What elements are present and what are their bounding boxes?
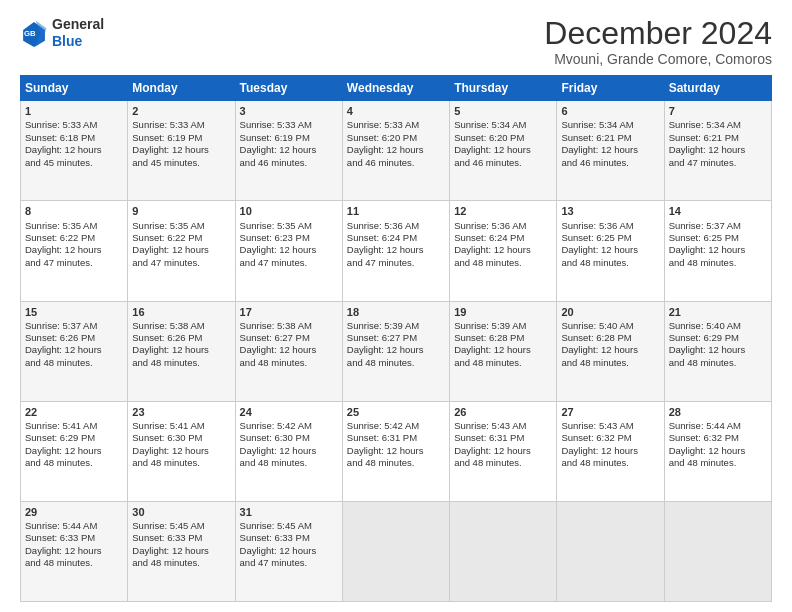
daylight-label: Daylight: 12 hours xyxy=(25,344,102,355)
daylight-minutes: and 48 minutes. xyxy=(669,357,737,368)
sunset-label: Sunset: 6:29 PM xyxy=(25,432,95,443)
day-cell: 24Sunrise: 5:42 AMSunset: 6:30 PMDayligh… xyxy=(235,401,342,501)
sunset-label: Sunset: 6:33 PM xyxy=(132,532,202,543)
day-cell: 10Sunrise: 5:35 AMSunset: 6:23 PMDayligh… xyxy=(235,201,342,301)
main-title: December 2024 xyxy=(544,16,772,51)
day-number: 7 xyxy=(669,104,767,118)
sunset-label: Sunset: 6:23 PM xyxy=(240,232,310,243)
day-cell: 5Sunrise: 5:34 AMSunset: 6:20 PMDaylight… xyxy=(450,101,557,201)
day-number: 11 xyxy=(347,204,445,218)
sunrise-label: Sunrise: 5:43 AM xyxy=(454,420,526,431)
day-number: 28 xyxy=(669,405,767,419)
daylight-minutes: and 46 minutes. xyxy=(347,157,415,168)
sunset-label: Sunset: 6:26 PM xyxy=(132,332,202,343)
daylight-minutes: and 48 minutes. xyxy=(132,357,200,368)
daylight-minutes: and 48 minutes. xyxy=(132,557,200,568)
sunrise-label: Sunrise: 5:40 AM xyxy=(669,320,741,331)
sunrise-label: Sunrise: 5:35 AM xyxy=(25,220,97,231)
header: GB General Blue December 2024 Mvouni, Gr… xyxy=(20,16,772,67)
daylight-minutes: and 48 minutes. xyxy=(347,457,415,468)
sunset-label: Sunset: 6:18 PM xyxy=(25,132,95,143)
daylight-label: Daylight: 12 hours xyxy=(25,244,102,255)
sunrise-label: Sunrise: 5:33 AM xyxy=(240,119,312,130)
sunset-label: Sunset: 6:28 PM xyxy=(561,332,631,343)
day-number: 14 xyxy=(669,204,767,218)
daylight-minutes: and 47 minutes. xyxy=(25,257,93,268)
daylight-label: Daylight: 12 hours xyxy=(561,144,638,155)
day-cell: 25Sunrise: 5:42 AMSunset: 6:31 PMDayligh… xyxy=(342,401,449,501)
daylight-label: Daylight: 12 hours xyxy=(25,445,102,456)
sunset-label: Sunset: 6:31 PM xyxy=(347,432,417,443)
day-number: 18 xyxy=(347,305,445,319)
day-cell xyxy=(557,501,664,601)
sunrise-label: Sunrise: 5:34 AM xyxy=(561,119,633,130)
sunset-label: Sunset: 6:30 PM xyxy=(132,432,202,443)
sunset-label: Sunset: 6:22 PM xyxy=(25,232,95,243)
daylight-label: Daylight: 12 hours xyxy=(132,445,209,456)
daylight-minutes: and 47 minutes. xyxy=(132,257,200,268)
sunset-label: Sunset: 6:33 PM xyxy=(25,532,95,543)
weekday-header-wednesday: Wednesday xyxy=(342,76,449,101)
daylight-label: Daylight: 12 hours xyxy=(561,244,638,255)
day-cell: 19Sunrise: 5:39 AMSunset: 6:28 PMDayligh… xyxy=(450,301,557,401)
logo-general: General xyxy=(52,16,104,33)
daylight-minutes: and 48 minutes. xyxy=(132,457,200,468)
sunset-label: Sunset: 6:20 PM xyxy=(454,132,524,143)
day-cell: 9Sunrise: 5:35 AMSunset: 6:22 PMDaylight… xyxy=(128,201,235,301)
day-number: 3 xyxy=(240,104,338,118)
daylight-label: Daylight: 12 hours xyxy=(669,344,746,355)
day-cell: 1Sunrise: 5:33 AMSunset: 6:18 PMDaylight… xyxy=(21,101,128,201)
day-cell: 29Sunrise: 5:44 AMSunset: 6:33 PMDayligh… xyxy=(21,501,128,601)
day-cell: 15Sunrise: 5:37 AMSunset: 6:26 PMDayligh… xyxy=(21,301,128,401)
sunset-label: Sunset: 6:20 PM xyxy=(347,132,417,143)
daylight-minutes: and 48 minutes. xyxy=(240,357,308,368)
svg-text:GB: GB xyxy=(24,29,36,38)
daylight-minutes: and 47 minutes. xyxy=(669,157,737,168)
sunrise-label: Sunrise: 5:36 AM xyxy=(347,220,419,231)
sunrise-label: Sunrise: 5:43 AM xyxy=(561,420,633,431)
day-number: 30 xyxy=(132,505,230,519)
sunrise-label: Sunrise: 5:33 AM xyxy=(25,119,97,130)
daylight-label: Daylight: 12 hours xyxy=(454,445,531,456)
day-number: 9 xyxy=(132,204,230,218)
daylight-label: Daylight: 12 hours xyxy=(25,545,102,556)
daylight-label: Daylight: 12 hours xyxy=(347,445,424,456)
daylight-label: Daylight: 12 hours xyxy=(561,445,638,456)
sunrise-label: Sunrise: 5:42 AM xyxy=(347,420,419,431)
sunset-label: Sunset: 6:27 PM xyxy=(347,332,417,343)
logo-icon: GB xyxy=(20,19,48,47)
daylight-minutes: and 48 minutes. xyxy=(25,357,93,368)
day-cell xyxy=(450,501,557,601)
sunset-label: Sunset: 6:19 PM xyxy=(132,132,202,143)
daylight-minutes: and 45 minutes. xyxy=(132,157,200,168)
sunset-label: Sunset: 6:24 PM xyxy=(454,232,524,243)
daylight-minutes: and 48 minutes. xyxy=(669,457,737,468)
daylight-label: Daylight: 12 hours xyxy=(669,244,746,255)
daylight-label: Daylight: 12 hours xyxy=(240,445,317,456)
day-cell xyxy=(664,501,771,601)
day-cell: 18Sunrise: 5:39 AMSunset: 6:27 PMDayligh… xyxy=(342,301,449,401)
daylight-label: Daylight: 12 hours xyxy=(132,545,209,556)
daylight-label: Daylight: 12 hours xyxy=(132,344,209,355)
daylight-minutes: and 46 minutes. xyxy=(454,157,522,168)
sunrise-label: Sunrise: 5:42 AM xyxy=(240,420,312,431)
sunrise-label: Sunrise: 5:33 AM xyxy=(132,119,204,130)
day-number: 27 xyxy=(561,405,659,419)
day-number: 8 xyxy=(25,204,123,218)
daylight-minutes: and 45 minutes. xyxy=(25,157,93,168)
sunrise-label: Sunrise: 5:45 AM xyxy=(132,520,204,531)
day-cell: 13Sunrise: 5:36 AMSunset: 6:25 PMDayligh… xyxy=(557,201,664,301)
sunrise-label: Sunrise: 5:44 AM xyxy=(669,420,741,431)
daylight-label: Daylight: 12 hours xyxy=(347,344,424,355)
day-cell: 26Sunrise: 5:43 AMSunset: 6:31 PMDayligh… xyxy=(450,401,557,501)
sunrise-label: Sunrise: 5:37 AM xyxy=(25,320,97,331)
day-cell: 17Sunrise: 5:38 AMSunset: 6:27 PMDayligh… xyxy=(235,301,342,401)
sunset-label: Sunset: 6:26 PM xyxy=(25,332,95,343)
sunrise-label: Sunrise: 5:35 AM xyxy=(240,220,312,231)
day-number: 29 xyxy=(25,505,123,519)
sunrise-label: Sunrise: 5:39 AM xyxy=(347,320,419,331)
day-cell: 31Sunrise: 5:45 AMSunset: 6:33 PMDayligh… xyxy=(235,501,342,601)
day-cell: 23Sunrise: 5:41 AMSunset: 6:30 PMDayligh… xyxy=(128,401,235,501)
logo-blue: Blue xyxy=(52,33,104,50)
day-cell: 16Sunrise: 5:38 AMSunset: 6:26 PMDayligh… xyxy=(128,301,235,401)
